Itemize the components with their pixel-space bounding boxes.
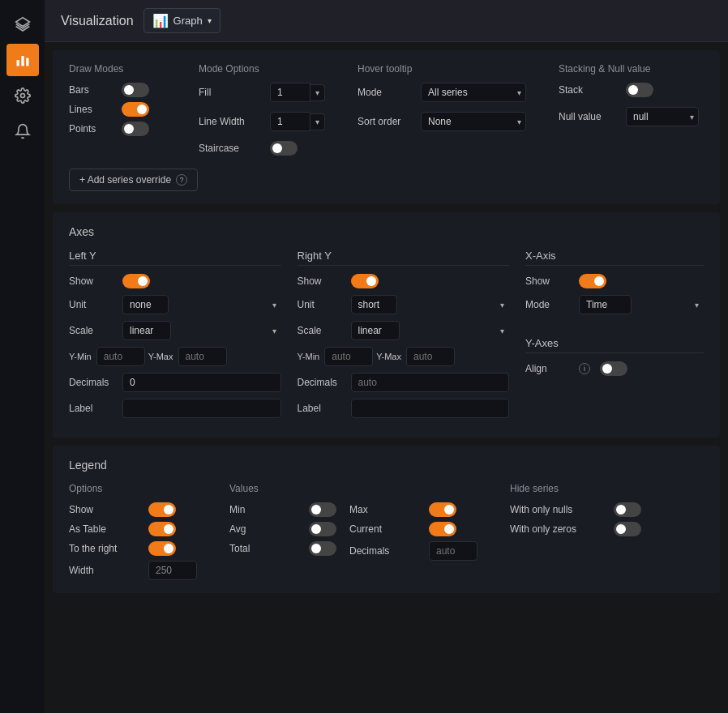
mode-select-wrap: All series Single — [421, 83, 526, 102]
sidebar-item-chart[interactable] — [6, 44, 39, 76]
draw-modes-section: Draw Modes Bars Lines Points — [53, 50, 720, 204]
y-axes-align-info-icon: i — [579, 363, 590, 374]
right-y-show-slider — [351, 274, 379, 288]
x-axis-title: X-Axis — [525, 250, 704, 266]
fill-input[interactable] — [270, 83, 310, 102]
axes-title: Axes — [69, 225, 704, 238]
legend-toright-label: To the right — [69, 543, 142, 554]
legend-decimals-input[interactable] — [429, 541, 477, 561]
sidebar-item-bell[interactable] — [6, 115, 39, 147]
legend-toright-toggle[interactable] — [148, 541, 176, 556]
svg-rect-1 — [16, 60, 19, 66]
fill-select-wrap: ▾ — [270, 83, 325, 102]
left-y-unit-select[interactable]: none short — [122, 295, 169, 314]
linewidth-input[interactable] — [270, 112, 310, 131]
left-y-ymin-input[interactable] — [96, 347, 145, 366]
sidebar-item-layers[interactable] — [6, 8, 39, 41]
legend-current-toggle[interactable] — [429, 522, 456, 536]
y-axes-align-slider — [600, 361, 627, 376]
legend-astable-toggle[interactable] — [148, 522, 176, 536]
layers-icon — [15, 16, 31, 32]
points-row: Points — [69, 122, 166, 136]
legend-total-toggle[interactable] — [309, 541, 336, 556]
y-axes-align-toggle[interactable] — [600, 361, 627, 376]
hide-zeros-toggle[interactable] — [614, 522, 641, 536]
sidebar-item-settings[interactable] — [6, 79, 39, 112]
points-toggle[interactable] — [122, 122, 149, 136]
linewidth-arrow[interactable]: ▾ — [310, 113, 325, 130]
hide-zeros-slider — [614, 522, 641, 536]
sort-order-select[interactable]: None Increasing Decreasing — [421, 112, 526, 131]
legend-avg-label: Avg — [229, 523, 302, 535]
bell-icon — [15, 123, 31, 139]
left-y-scale-wrap: linear log — [122, 321, 281, 340]
left-y-ymax-input[interactable] — [178, 347, 227, 366]
add-override-button[interactable]: + Add series override ? — [69, 169, 198, 191]
right-y-label-input[interactable] — [351, 399, 510, 418]
right-y-decimals-input[interactable] — [351, 373, 510, 392]
staircase-slider — [270, 141, 298, 156]
x-axis-mode-select[interactable]: Time Series — [579, 295, 632, 314]
x-axis-mode-row: Mode Time Series — [525, 295, 704, 314]
linewidth-row: Line Width ▾ — [199, 112, 325, 131]
right-y-col: Right Y Show Unit short none — [298, 250, 510, 425]
right-y-show-row: Show — [298, 274, 510, 288]
legend-show-row: Show — [69, 502, 197, 517]
left-y-show-toggle[interactable] — [122, 274, 150, 288]
legend-show-toggle[interactable] — [148, 502, 176, 517]
legend-hideseries-col: Hide series With only nulls With only ze… — [510, 483, 641, 580]
legend-max-label: Max — [349, 504, 422, 515]
bars-toggle[interactable] — [122, 83, 149, 97]
graph-dropdown-button[interactable]: 📊 Graph ▾ — [143, 8, 221, 33]
left-y-unit-label: Unit — [69, 299, 118, 310]
legend-width-row: Width — [69, 561, 197, 580]
legend-show-label: Show — [69, 504, 142, 515]
legend-max-toggle[interactable] — [429, 502, 456, 517]
legend-toright-slider — [148, 541, 176, 556]
linewidth-select-wrap: ▾ — [270, 112, 325, 131]
legend-min-toggle[interactable] — [309, 502, 336, 517]
null-value-select[interactable]: null connected 0 — [626, 107, 699, 126]
hide-zeros-row: With only zeros — [510, 522, 641, 536]
right-y-label-label: Label — [298, 403, 346, 414]
left-y-unit-row: Unit none short — [69, 295, 281, 314]
left-y-scale-select[interactable]: linear log — [122, 321, 171, 340]
x-axis-show-toggle[interactable] — [579, 274, 606, 288]
legend-options-title: Options — [69, 483, 197, 494]
hover-tooltip-title: Hover tooltip — [358, 63, 526, 75]
legend-values-left: Min Avg — [229, 502, 336, 561]
null-value-row: Null value null connected 0 — [559, 107, 699, 126]
lines-toggle[interactable] — [122, 102, 149, 117]
staircase-toggle[interactable] — [270, 141, 298, 156]
legend-width-input[interactable] — [148, 561, 197, 580]
legend-decimals-label: Decimals — [349, 545, 422, 557]
hide-nulls-toggle[interactable] — [614, 502, 641, 517]
x-axis-col: X-Axis Show Mode Time Series — [525, 250, 704, 425]
bars-label: Bars — [69, 84, 113, 96]
hide-nulls-label: With only nulls — [510, 504, 607, 515]
hide-zeros-label: With only zeros — [510, 523, 607, 535]
mode-select[interactable]: All series Single — [421, 83, 526, 102]
right-y-ymax-input[interactable] — [406, 347, 455, 366]
left-y-label-row: Label — [69, 399, 281, 418]
legend-decimals-row: Decimals — [349, 541, 477, 561]
mode-options-group: Mode Options Fill ▾ Line Width ▾ — [199, 63, 325, 160]
right-y-show-label: Show — [298, 275, 346, 287]
right-y-show-toggle[interactable] — [351, 274, 379, 288]
legend-avg-toggle[interactable] — [309, 522, 336, 536]
svg-point-4 — [20, 94, 24, 98]
null-value-label: Null value — [559, 111, 619, 122]
right-y-unit-select[interactable]: short none — [351, 295, 397, 314]
right-y-ymin-input[interactable] — [324, 347, 373, 366]
stack-slider — [626, 83, 653, 97]
legend-current-slider — [429, 522, 456, 536]
stack-toggle[interactable] — [626, 83, 653, 97]
right-y-scale-select[interactable]: linear log — [351, 321, 400, 340]
fill-label: Fill — [199, 87, 263, 98]
left-y-decimals-input[interactable] — [122, 373, 281, 392]
chart-bar-icon — [15, 52, 31, 68]
left-y-label-input[interactable] — [122, 399, 281, 418]
left-y-label-label: Label — [69, 403, 118, 414]
fill-arrow[interactable]: ▾ — [310, 84, 325, 101]
y-axes-title: Y-Axes — [525, 337, 704, 353]
